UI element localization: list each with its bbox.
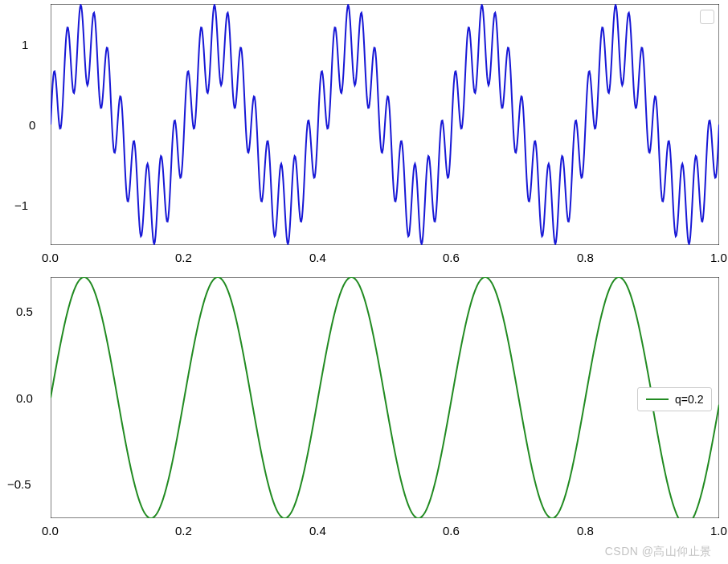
bottom-xtick-3: 0.6 xyxy=(443,524,460,537)
top-series-line xyxy=(51,5,719,244)
bottom-xtick-2: 0.4 xyxy=(309,524,326,537)
bottom-series-line xyxy=(51,277,719,518)
top-ytick-label-1: 1 xyxy=(22,38,28,51)
top-plot-svg xyxy=(51,4,719,245)
bottom-ytick-label-zero: 0.0 xyxy=(16,391,33,405)
top-plot xyxy=(51,4,719,245)
top-xtick-5: 1.0 xyxy=(710,251,727,264)
bottom-legend: q=0.2 xyxy=(637,387,712,411)
bottom-plot-svg xyxy=(51,277,719,518)
top-ytick-label-0: 0 xyxy=(29,118,35,132)
bottom-ytick-label-neg: −0.5 xyxy=(7,477,31,491)
watermark: CSDN @高山仰止景 xyxy=(605,545,712,559)
bottom-xtick-4: 0.8 xyxy=(577,524,594,537)
top-ytick-label-neg1: −1 xyxy=(14,198,28,212)
top-xtick-4: 0.8 xyxy=(577,251,594,264)
bottom-ytick-label-pos: 0.5 xyxy=(16,304,33,318)
top-xtick-3: 0.6 xyxy=(443,251,460,264)
top-xtick-0: 0.0 xyxy=(42,251,59,264)
legend-swatch xyxy=(646,398,669,400)
bottom-plot xyxy=(51,277,719,518)
bottom-xtick-5: 1.0 xyxy=(710,524,727,537)
top-xtick-2: 0.4 xyxy=(309,251,326,264)
bottom-xtick-0: 0.0 xyxy=(42,524,59,537)
legend-label: q=0.2 xyxy=(675,393,703,406)
top-xtick-1: 0.2 xyxy=(175,251,192,264)
bottom-xtick-1: 0.2 xyxy=(175,524,192,537)
top-legend xyxy=(700,10,714,24)
